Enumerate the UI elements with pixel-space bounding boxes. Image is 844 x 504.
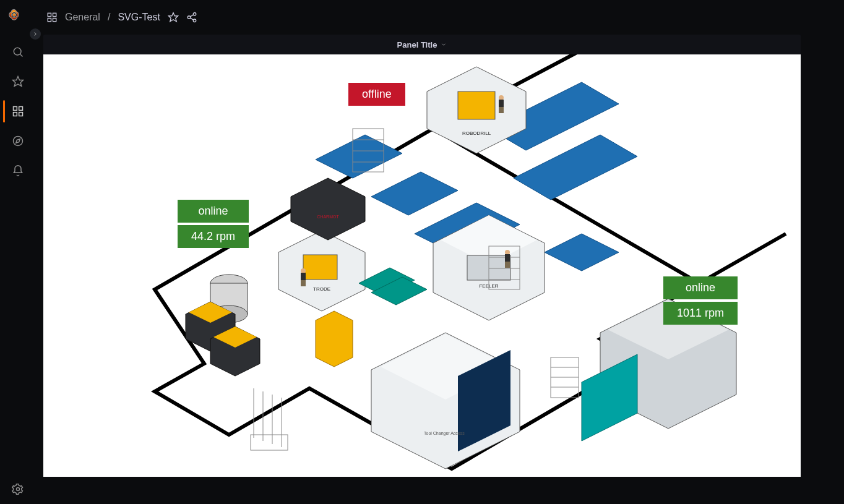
svg-rect-75: [505, 254, 510, 262]
svg-rect-6: [19, 113, 22, 116]
svg-rect-13: [53, 19, 56, 22]
breadcrumb-separator: /: [108, 12, 110, 23]
rpm-badge: 44.2 rpm: [178, 225, 249, 248]
svg-point-71: [301, 268, 306, 273]
svg-rect-76: [505, 262, 510, 268]
nav-dashboards[interactable]: [3, 96, 33, 126]
svg-rect-39: [458, 92, 495, 119]
svg-point-17: [193, 19, 196, 22]
panel: Panel Title: [43, 35, 801, 477]
status-badge: online: [178, 200, 249, 223]
svg-point-15: [193, 13, 196, 16]
nav-configuration[interactable]: [3, 474, 33, 504]
svg-line-18: [190, 15, 193, 17]
svg-rect-4: [19, 107, 22, 111]
grafana-logo[interactable]: [8, 9, 28, 28]
svg-line-19: [190, 18, 193, 20]
svg-point-7: [13, 137, 22, 146]
nav-search[interactable]: [3, 37, 33, 67]
panel-title: Panel Title: [397, 40, 437, 49]
svg-rect-72: [301, 273, 306, 280]
label-toolchanger: Tool Changer Access: [424, 431, 465, 436]
svg-marker-2: [12, 77, 23, 87]
svg-marker-28: [316, 311, 353, 367]
panel-header[interactable]: Panel Title: [43, 35, 801, 54]
status-feeler: online 1011 rpm: [663, 276, 738, 325]
label-charmot: CHARMOT: [317, 215, 339, 219]
nav-starred[interactable]: [3, 67, 33, 96]
svg-rect-10: [48, 13, 51, 16]
svg-rect-67: [251, 435, 288, 450]
svg-rect-11: [53, 13, 56, 16]
svg-rect-73: [301, 280, 306, 286]
status-badge: offline: [348, 83, 405, 106]
topbar: General / SVG-Test: [35, 0, 844, 35]
svg-point-0: [14, 48, 21, 55]
svg-point-9: [16, 488, 19, 491]
breadcrumb-dashboard[interactable]: SVG-Test: [118, 12, 160, 23]
svg-rect-3: [13, 107, 17, 111]
svg-point-68: [499, 95, 504, 100]
label-trode: TRODE: [313, 286, 330, 292]
svg-line-1: [20, 54, 22, 57]
breadcrumb-folder[interactable]: General: [65, 12, 100, 23]
rpm-badge: 1011 rpm: [663, 302, 738, 325]
panel-body: FEELER ROBODRILL TRODE CHARMOT Tool Chan…: [43, 54, 801, 477]
dashboard-icon: [46, 12, 58, 23]
chevron-down-icon: [441, 41, 447, 48]
svg-marker-14: [168, 13, 178, 22]
svg-marker-8: [15, 139, 20, 143]
star-icon[interactable]: [168, 12, 179, 23]
svg-rect-70: [499, 107, 504, 113]
expand-sidenav-handle[interactable]: [30, 28, 41, 40]
nav-explore[interactable]: [3, 126, 33, 156]
svg-rect-69: [499, 100, 504, 107]
label-robodrill: ROBODRILL: [462, 130, 491, 136]
svg-rect-12: [48, 19, 51, 22]
svg-point-16: [187, 16, 191, 19]
side-nav: [0, 0, 35, 504]
status-trode: online 44.2 rpm: [178, 200, 249, 248]
factory-floor-svg: FEELER ROBODRILL TRODE CHARMOT Tool Chan…: [43, 54, 801, 477]
share-icon[interactable]: [186, 12, 197, 23]
dashboard-canvas: Panel Title: [43, 35, 801, 504]
svg-rect-5: [13, 113, 17, 116]
svg-rect-41: [303, 255, 337, 280]
svg-point-74: [505, 250, 510, 255]
nav-alerting[interactable]: [3, 156, 33, 186]
status-robodrill: offline: [348, 83, 405, 106]
status-badge: online: [663, 276, 738, 299]
